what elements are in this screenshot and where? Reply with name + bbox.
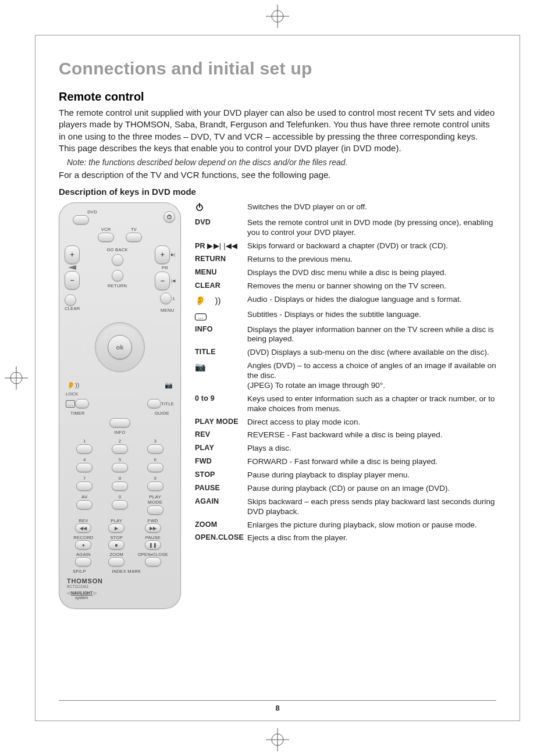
remote-tv-button <box>126 233 142 242</box>
key-description: Enlarges the picture during playback, sl… <box>247 520 496 530</box>
remote-av-button <box>76 500 92 509</box>
key-description: Plays a disc. <box>247 444 496 454</box>
key-description: Returns to the previous menu. <box>247 255 496 265</box>
note-line: Note: the functions described below depe… <box>67 158 496 167</box>
key-description: Displays the DVD disc menu while a disc … <box>247 268 496 278</box>
key-name: PLAY MODE <box>195 418 247 427</box>
remote-number-pad: 1 2 3 4 5 6 7 8 9 AV 0 PLAY MODE <box>72 438 168 515</box>
key-row: FWDFORWARD - Fast forward while a disc i… <box>195 457 496 467</box>
svg-marker-11 <box>68 265 76 270</box>
remote-digit-9 <box>147 482 163 491</box>
key-name: REV <box>195 430 247 440</box>
subtitle-icon: … <box>66 400 75 408</box>
key-name: FWD <box>195 457 247 467</box>
key-description: REVERSE - Fast backward while a disc is … <box>247 430 496 440</box>
remote-label-guide: GUIDE <box>155 411 169 416</box>
key-row: PR ▶▶| |◀◀Skips forward or backward a ch… <box>195 241 496 251</box>
key-row: 👂゚))Audio - Displays or hides the dialog… <box>195 295 496 306</box>
remote-label-fwd: FWD <box>148 518 158 523</box>
footer-rule <box>59 700 496 701</box>
key-name: ZOOM <box>195 520 247 530</box>
key-row: INFODisplays the player information bann… <box>195 325 496 345</box>
remote-digit-6 <box>147 463 163 472</box>
key-description: Displays the player information banner o… <box>247 325 496 345</box>
audio-icon: 👂゚)) <box>195 295 247 306</box>
key-row: PLAY MODEDirect access to play mode icon… <box>195 418 496 427</box>
audio-icon: 👂)) <box>67 381 79 389</box>
remote-zoom-button <box>108 557 124 566</box>
remote-label-1: 1 <box>173 296 175 301</box>
key-description: (DVD) Displays a sub-menu on the disc (w… <box>247 348 496 358</box>
key-description-table: Switches the DVD player on or off.DVDSet… <box>195 202 496 609</box>
remote-navilight: ◁ NAVILIGHT ▷system <box>67 591 175 600</box>
remote-label-0: 0 <box>119 494 121 500</box>
remote-label-openclose: OPEN•CLOSE <box>138 552 168 557</box>
key-description: Sets the remote control unit in DVD mode… <box>247 218 496 238</box>
key-row: PAUSEPause during playback (CD) or pause… <box>195 484 496 494</box>
remote-label-vcr: VCR <box>98 227 114 232</box>
key-row: STOPPause during playback to display pla… <box>195 470 496 480</box>
page-frame: Connections and initial set up Remote co… <box>35 35 520 721</box>
key-row: ZOOMEnlarges the picture during playback… <box>195 520 496 530</box>
key-description: Subtitles - Displays or hides the subtit… <box>247 310 496 322</box>
key-row: DVDSets the remote control unit in DVD m… <box>195 218 496 238</box>
remote-label-stop: STOP <box>111 535 123 540</box>
remote-label-dvd: DVD <box>65 209 120 215</box>
key-name: PAUSE <box>195 484 247 494</box>
remote-brand: THOMSON <box>67 577 175 584</box>
key-description: Angles (DVD) – to access a choice of ang… <box>247 361 496 391</box>
remote-label-record: RECORD <box>73 535 93 540</box>
key-name: PR ▶▶| |◀◀ <box>195 241 247 251</box>
key-name: INFO <box>195 325 247 345</box>
key-name: STOP <box>195 470 247 480</box>
remote-label-return: RETURN <box>108 283 127 288</box>
followup-line: For a description of the TV and VCR func… <box>59 169 496 181</box>
remote-model: RCT311DA2 <box>67 584 175 589</box>
key-row: 0 to 9Keys used to enter information suc… <box>195 394 496 414</box>
key-description: Keys used to enter information such as a… <box>247 394 496 414</box>
key-row: REVREVERSE - Fast backward while a disc … <box>195 430 496 440</box>
section-title: Connections and initial set up <box>59 59 496 79</box>
key-row: TITLE(DVD) Displays a sub-menu on the di… <box>195 348 496 358</box>
remote-playmode-button <box>147 505 163 515</box>
key-name: AGAIN <box>195 497 247 517</box>
remote-title-button <box>147 399 161 408</box>
key-description: Pause during playback (CD) or pause on a… <box>247 484 496 494</box>
remote-vcr-button <box>98 233 114 242</box>
remote-stop-button: ■ <box>108 540 124 550</box>
skip-back-icon: |◀ <box>171 279 175 283</box>
remote-label-title: TITLE <box>161 401 174 406</box>
key-description: Skips forward or backward a chapter (DVD… <box>247 241 496 251</box>
remote-record-button: ● <box>75 540 91 550</box>
remote-play-button: ▶ <box>108 523 124 533</box>
remote-label-zoom: ZOOM <box>109 552 123 557</box>
skip-fwd-icon: ▶| <box>171 252 175 257</box>
key-name: CLEAR <box>195 281 247 291</box>
remote-label-pause: PAUSE <box>145 535 161 540</box>
key-row: MENUDisplays the DVD disc menu while a d… <box>195 268 496 278</box>
remote-label-indexmark: INDEX MARK <box>112 569 141 574</box>
key-name: OPEN.CLOSE <box>195 533 247 543</box>
key-row: OPEN.CLOSEEjects a disc from the player. <box>195 533 496 543</box>
remote-pr-down: − <box>155 272 170 290</box>
key-name: 0 to 9 <box>195 394 247 414</box>
remote-rev-button: ◀◀ <box>75 523 91 533</box>
key-row: RETURNReturns to the previous menu. <box>195 255 496 265</box>
crop-mark-top <box>266 5 289 28</box>
remote-illustration: DVD VCR TV <box>59 202 181 609</box>
remote-label-goback: GO BACK <box>106 247 127 252</box>
remote-digit-8 <box>112 482 128 491</box>
crop-mark-left <box>5 366 28 390</box>
remote-goback-button <box>112 254 123 266</box>
remote-digit-1 <box>76 444 92 454</box>
subtitle-icon: … <box>195 310 247 322</box>
key-row: 📷Angles (DVD) – to access a choice of an… <box>195 361 496 391</box>
key-row: PLAYPlays a disc. <box>195 444 496 454</box>
power-icon <box>195 202 247 215</box>
key-name: TITLE <box>195 348 247 358</box>
angle-icon: 📷 <box>165 381 173 389</box>
remote-pr-up: + <box>155 245 170 264</box>
key-name: DVD <box>195 218 247 238</box>
remote-nav-pad: ok <box>88 315 152 379</box>
remote-return-button <box>112 270 123 281</box>
